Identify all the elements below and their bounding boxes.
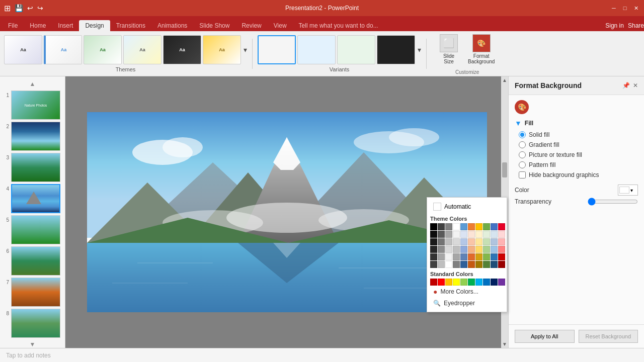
theme-color-cell[interactable] [483,261,490,268]
theme-6[interactable]: Aa [203,35,241,64]
pattern-fill-radio[interactable] [519,161,526,168]
theme-color-cell[interactable] [491,238,498,245]
theme-color-cell[interactable] [460,253,467,260]
theme-color-cell[interactable] [453,223,460,230]
theme-color-cell[interactable] [498,253,505,260]
theme-color-cell[interactable] [445,261,452,268]
theme-color-cell[interactable] [438,261,445,268]
tab-review[interactable]: Review [235,20,267,31]
theme-color-cell[interactable] [460,246,467,253]
variant-3[interactable] [337,35,375,64]
theme-color-cell[interactable] [445,246,452,253]
eyedropper-option[interactable]: 🔍 Eyedropper [430,298,504,309]
theme-1[interactable]: Aa [4,35,42,64]
slide-thumb-4[interactable]: 4 [2,184,63,213]
theme-color-cell[interactable] [453,238,460,245]
theme-color-cell[interactable] [468,238,475,245]
theme-color-cell[interactable] [453,231,460,238]
theme-color-cell[interactable] [483,253,490,260]
solid-fill-radio[interactable] [519,131,526,138]
automatic-color-option[interactable]: Automatic [430,201,504,213]
format-panel-close[interactable]: ✕ [633,82,638,89]
canvas-scroll-up[interactable]: ▲ [502,77,507,83]
theme-color-cell[interactable] [438,223,445,230]
theme-2[interactable]: Aa [44,35,82,64]
gradient-fill-radio[interactable] [519,141,526,148]
theme-color-cell[interactable] [468,231,475,238]
slide-thumb-2[interactable]: 2 [2,122,63,151]
slide-thumb-5[interactable]: 5 [2,215,63,244]
transparency-slider[interactable] [588,198,638,206]
theme-color-cell[interactable] [475,231,482,238]
tab-file[interactable]: File [2,20,24,31]
notes-placeholder[interactable]: Tap to add notes [6,352,51,359]
theme-color-cell[interactable] [491,223,498,230]
redo-icon[interactable]: ↪ [37,4,43,12]
theme-color-cell[interactable] [430,253,437,260]
hide-bg-checkbox[interactable] [519,171,526,178]
maximize-button[interactable]: □ [621,4,629,12]
theme-color-cell[interactable] [468,246,475,253]
slide-thumb-7[interactable]: 7 [2,278,63,307]
theme-color-cell[interactable] [438,246,445,253]
theme-color-cell[interactable] [483,246,490,253]
theme-color-cell[interactable] [430,223,437,230]
standard-color-cell[interactable] [438,279,445,286]
theme-color-cell[interactable] [483,238,490,245]
theme-color-cell[interactable] [460,231,467,238]
slide-thumb-3[interactable]: 3 [2,153,63,182]
more-colors-option[interactable]: ● More Colors... [430,286,504,298]
standard-color-cell[interactable] [460,279,467,286]
theme-5[interactable]: Aa [163,35,201,64]
theme-color-cell[interactable] [491,261,498,268]
variant-1[interactable] [258,35,296,64]
themes-more-button[interactable]: ▾ [244,46,247,53]
theme-color-cell[interactable] [445,231,452,238]
gradient-fill-option[interactable]: Gradient fill [519,141,638,148]
tab-insert[interactable]: Insert [52,20,79,31]
theme-color-cell[interactable] [445,223,452,230]
theme-color-cell[interactable] [498,261,505,268]
fill-header[interactable]: ▼ Fill [515,119,638,127]
tab-home[interactable]: Home [24,20,52,31]
theme-color-cell[interactable] [438,231,445,238]
theme-color-cell[interactable] [491,253,498,260]
theme-color-cell[interactable] [498,231,505,238]
theme-color-cell[interactable] [438,238,445,245]
format-panel-pin[interactable]: 📌 [622,82,630,89]
theme-color-cell[interactable] [498,238,505,245]
tab-animations[interactable]: Animations [151,20,193,31]
theme-color-cell[interactable] [475,253,482,260]
standard-color-cell[interactable] [491,279,498,286]
tab-design[interactable]: Design [79,20,110,31]
slide-thumb-6[interactable]: 6 [2,246,63,276]
minimize-button[interactable]: ─ [610,4,618,12]
variant-4[interactable] [377,35,415,64]
theme-color-cell[interactable] [475,223,482,230]
solid-fill-option[interactable]: Solid fill [519,131,638,138]
standard-color-cell[interactable] [468,279,475,286]
color-button[interactable]: ▾ [618,185,638,196]
theme-color-cell[interactable] [445,253,452,260]
theme-color-cell[interactable] [430,261,437,268]
reset-background-button[interactable]: Reset Background [579,330,638,343]
variants-more-button[interactable]: ▾ [418,46,421,53]
theme-color-cell[interactable] [453,261,460,268]
pattern-fill-option[interactable]: Pattern fill [519,161,638,168]
picture-fill-radio[interactable] [519,151,526,158]
theme-color-cell[interactable] [453,253,460,260]
format-background-button[interactable]: 🎨 FormatBackground [464,32,499,66]
save-icon[interactable]: 💾 [15,4,23,12]
slide-thumb-1[interactable]: 1 Nature Photos [2,90,63,120]
theme-color-cell[interactable] [475,246,482,253]
sign-in-button[interactable]: Sign in [605,22,624,29]
theme-color-cell[interactable] [475,238,482,245]
standard-color-cell[interactable] [430,279,437,286]
theme-color-cell[interactable] [483,231,490,238]
standard-color-cell[interactable] [498,279,505,286]
tab-transitions[interactable]: Transitions [110,20,151,31]
slide-size-button[interactable]: ⬜ SlideSize [436,32,462,66]
canvas-scroll-down-2[interactable]: ▼ [502,341,507,347]
theme-color-cell[interactable] [498,246,505,253]
undo-icon[interactable]: ↩ [27,4,33,12]
